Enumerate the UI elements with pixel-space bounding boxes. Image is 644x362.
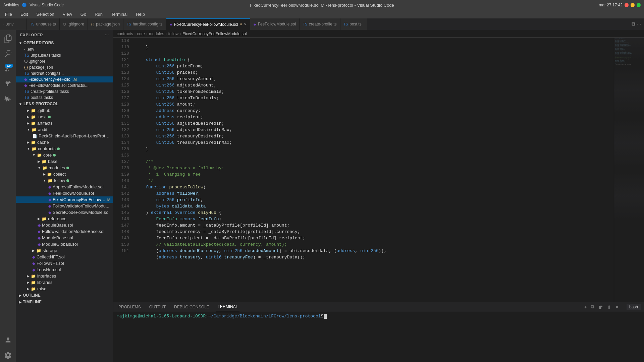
sidebar-content[interactable]: ▼ OPEN EDITORS · .env TS unpause.ts task… [16,40,113,362]
new-terminal-button[interactable]: + [584,304,588,310]
tab-gitignore[interactable]: ⬡ .gitignore [60,18,88,30]
menu-file[interactable]: File [3,11,14,17]
tab-unpause[interactable]: TS unpause.ts [27,18,60,30]
tree-base[interactable]: ▶ 📁 base [16,158,113,165]
tree-artifacts[interactable]: ▶ 📁 artifacts [16,120,113,126]
tree-modulebase[interactable]: ◆ ModuleBase.sol [16,222,113,228]
tree-cache[interactable]: ▶ 📁 cache [16,139,113,145]
menu-edit[interactable]: Edit [19,11,30,17]
panel-tab-problems[interactable]: PROBLEMS [117,302,143,312]
open-editor-fixedcurrency[interactable]: ◆ FixedCurrencyFeeFollo... M [16,76,113,82]
tree-followvalidator[interactable]: ◆ FollowValidatorFollowModu... [16,203,113,209]
tree-follownft[interactable]: ◆ FollowNFT.sol [16,260,113,266]
tree-follow[interactable]: ▼ 📁 follow [16,177,113,184]
menu-run[interactable]: Run [93,11,104,17]
tree-audit[interactable]: ▼ 📁 audit [16,126,113,133]
activity-extensions[interactable] [1,92,15,106]
panel-tab-debug-console[interactable]: DEBUG CONSOLE [172,302,211,312]
minimize-button[interactable] [631,3,635,7]
code-content[interactable]: } struct FeedInfo { uint256 priceFrom; u… [132,38,614,302]
tree-collectnft[interactable]: ◆ CollectNFT.sol [16,254,113,260]
menu-go[interactable]: Go [79,11,88,17]
tree-libraries[interactable]: ▶ 📁 libraries [16,279,113,286]
open-editor-hardhat[interactable]: TS hardhat.config.ts... [16,70,113,76]
activity-debug[interactable] [1,77,15,90]
tree-fixedcurrencyfeefollow[interactable]: ◆ FixedCurrencyFeeFollowMo... M [16,196,113,203]
open-editor-unpause[interactable]: TS unpause.ts tasks [16,52,113,58]
tree-approvalfollow[interactable]: ◆ ApprovalFollowModule.sol [16,184,113,190]
tree-followvalidationmodulebase[interactable]: ◆ FollowValidationModuleBase.sol [16,228,113,235]
tree-secretcode[interactable]: ◆ SecretCodeFollowModule.sol [16,209,113,216]
tree-reference[interactable]: ▶ 📁 reference [16,216,113,222]
tree-interfaces[interactable]: ▶ 📁 interfaces [16,273,113,279]
breadcrumb-follow[interactable]: follow [168,32,178,36]
breadcrumb-core[interactable]: core [137,32,145,36]
activity-search[interactable] [1,47,15,60]
tab-packagejson[interactable]: { } package.json [88,18,123,30]
explorer-section[interactable]: ▼ LENS-PROTOCOL [16,101,113,107]
activity-settings[interactable] [1,349,15,362]
tree-lenshub[interactable]: ◆ LensHub.sol [16,266,113,273]
tab-fixedcurrency-label: FixedCurrencyFeeFollowModule.sol [174,22,238,27]
open-editor-env[interactable]: · .env [16,46,113,52]
core-dot [53,154,56,157]
activity-accounts[interactable] [1,334,15,347]
open-editor-post[interactable]: TS post.ts tasks [16,95,113,101]
tree-core[interactable]: ▼ 📁 core [16,152,113,158]
tree-peckshield[interactable]: 📄 PeckShield-Audit-Report-LensProto... [16,133,113,139]
open-editor-feefollow[interactable]: ◆ FeeFollowModule.sol contracts/... [16,82,113,88]
tree-contracts[interactable]: ▼ 📁 contracts [16,145,113,152]
tree-collect[interactable]: ▶ 📁 collect [16,171,113,177]
maximize-button[interactable] [637,3,641,7]
outline-section[interactable]: ▶ OUTLINE [16,292,113,299]
tab-feefollow[interactable]: ◆ FeeFollowModule.sol [250,18,300,30]
activity-explorer[interactable] [1,32,15,45]
maximize-panel-button[interactable]: ⬆ [606,304,612,310]
split-terminal-button[interactable]: ⧉ [590,303,595,310]
close-panel-button[interactable]: ✕ [614,304,620,310]
terminal-prompt: majkimge@michal-GL65-Leopard-10SDR:~/Cam… [117,314,641,319]
panel-tab-terminal[interactable]: TERMINAL [216,302,240,312]
minimap[interactable]: struct FeedInfo { uint256 priceFrom; uin… [614,38,644,302]
tree-feefollow-file[interactable]: ◆ FeeFollowModule.sol [16,190,113,196]
open-editors-section[interactable]: ▼ OPEN EDITORS [16,40,113,46]
breadcrumb-modules[interactable]: modules [149,32,164,36]
menu-selection[interactable]: Selection [35,11,56,17]
tree-modulebase2[interactable]: ◆ ModuleBase.sol [16,235,113,241]
split-editor-button[interactable]: ⧉ [632,21,635,27]
sol-icon7: ◆ [48,210,51,215]
tab-env[interactable]: · .env [0,18,27,30]
menu-help[interactable]: Help [134,11,147,17]
close-button[interactable] [625,3,629,7]
tab-fixedcurrency[interactable]: ◆ FixedCurrencyFeeFollowModule.sol M ✕ [166,18,250,30]
tab-hardhat[interactable]: TS hardhat.config.ts [123,18,166,30]
dir-icon14: 📁 [31,274,36,279]
open-editor-createprofile[interactable]: TS create-profile.ts tasks [16,88,113,95]
tab-post[interactable]: TS post.ts [340,18,367,30]
ts-file-icon2: TS [24,71,29,76]
libraries-label: libraries [37,280,53,285]
tree-moduleglobals[interactable]: ◆ ModuleGlobals.sol [16,241,113,247]
panel-tab-output[interactable]: OUTPUT [148,302,167,312]
tab-createprofile[interactable]: TS create-profile.ts [300,18,340,30]
open-editor-packagejson-label: package.json [29,65,53,70]
terminal-content[interactable]: majkimge@michal-GL65-Leopard-10SDR:~/Cam… [113,312,644,362]
menu-view[interactable]: View [61,11,74,17]
breadcrumb-file[interactable]: FixedCurrencyFeeFollowModule.sol [182,32,247,36]
menu-terminal[interactable]: Terminal [109,11,129,17]
sidebar-more-button[interactable]: ··· [105,33,109,37]
more-actions-button[interactable]: ··· [637,21,641,27]
tree-modules[interactable]: ▼ 📁 modules [16,165,113,171]
tree-storage[interactable]: ▶ 📁 storage [16,247,113,254]
tab-post-label: post.ts [350,22,361,26]
tree-misc[interactable]: ▶ 📁 misc [16,286,113,292]
breadcrumb-contracts[interactable]: contracts [117,32,133,36]
tab-close-button[interactable]: ✕ [244,22,247,26]
activity-git[interactable]: 124 [1,62,15,75]
timeline-section[interactable]: ▶ TIMELINE [16,299,113,305]
tree-github[interactable]: ▶ 📁 .github [16,107,113,114]
kill-terminal-button[interactable]: 🗑 [598,304,604,310]
tree-next[interactable]: ▶ 📁 .next [16,114,113,120]
open-editor-gitignore[interactable]: ⬡ .gitignore [16,58,113,64]
open-editor-packagejson[interactable]: { } package.json [16,64,113,70]
